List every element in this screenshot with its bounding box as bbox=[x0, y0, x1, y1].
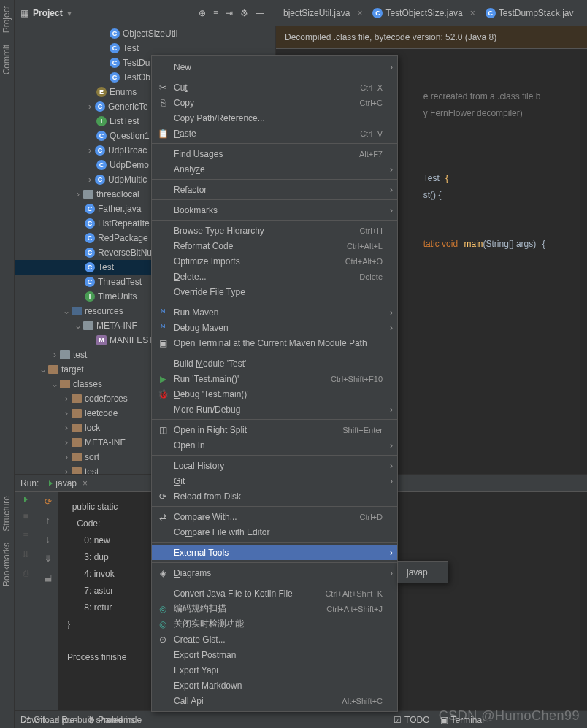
tree-item-name: TimeUnits bbox=[98, 291, 137, 302]
stop-icon[interactable]: ■ bbox=[23, 511, 28, 521]
close-icon[interactable]: × bbox=[357, 8, 362, 18]
tree-item-name: resources bbox=[85, 306, 123, 316]
expand-icon[interactable]: › bbox=[61, 394, 72, 404]
menu-item[interactable]: Copy Path/Reference... bbox=[152, 110, 397, 126]
up-icon[interactable]: ↑ bbox=[46, 516, 50, 526]
menu-item[interactable]: Local History› bbox=[152, 458, 397, 473]
menu-item[interactable]: Find UsagesAlt+F7 bbox=[152, 146, 397, 161]
menu-item[interactable]: Convert Java File to Kotlin FileCtrl+Alt… bbox=[152, 586, 397, 601]
menu-item[interactable]: Reformat CodeCtrl+Alt+L bbox=[152, 238, 397, 253]
expand-icon[interactable]: › bbox=[85, 145, 95, 156]
expand-icon[interactable]: ⌄ bbox=[50, 379, 60, 389]
menu-item[interactable]: New› bbox=[152, 59, 397, 74]
expand-icon[interactable]: › bbox=[50, 350, 60, 360]
menu-item[interactable]: Build Module 'Test' bbox=[152, 356, 397, 371]
icon[interactable]: ⬓ bbox=[44, 572, 52, 583]
status-todo[interactable]: ☑TODO bbox=[394, 715, 429, 725]
menu-shortcut: Ctrl+Alt+Shift+K bbox=[325, 589, 383, 598]
menu-item[interactable]: ᴹRun Maven› bbox=[152, 304, 397, 320]
menu-item[interactable]: Analyze› bbox=[152, 161, 397, 177]
expand-icon[interactable]: › bbox=[61, 437, 72, 448]
menu-item[interactable]: Call ApiAlt+Shift+C bbox=[152, 693, 397, 708]
menu-item[interactable]: More Run/Debug› bbox=[152, 402, 397, 417]
enum-icon: E bbox=[96, 87, 107, 97]
icon[interactable]: ⎙ bbox=[23, 568, 28, 578]
tab-project[interactable]: Project bbox=[0, 0, 13, 39]
sort-icon[interactable]: ≡ bbox=[213, 8, 218, 18]
tree-item-name: Test bbox=[98, 262, 114, 272]
tab-structure[interactable]: Structure bbox=[0, 490, 13, 537]
submenu-arrow-icon: › bbox=[390, 307, 393, 318]
dropdown-icon[interactable]: ▾ bbox=[67, 8, 72, 18]
tab-bookmarks[interactable]: Bookmarks bbox=[0, 537, 13, 592]
menu-item[interactable]: Compare File with Editor bbox=[152, 524, 397, 540]
collapse-icon[interactable]: ⇥ bbox=[226, 8, 233, 18]
menu-item[interactable]: ⊙Create Gist... bbox=[152, 632, 397, 647]
icon[interactable]: ⇊ bbox=[22, 549, 29, 559]
menu-item[interactable]: 🐞Debug 'Test.main()' bbox=[152, 386, 397, 402]
project-header[interactable]: ▦ Project ▾ ⊕ ≡ ⇥ ⚙ — bbox=[15, 8, 276, 18]
menu-item[interactable]: Export Markdown bbox=[152, 678, 397, 693]
menu-item[interactable]: ᴹDebug Maven› bbox=[152, 320, 397, 335]
menu-item[interactable]: Open In› bbox=[152, 437, 397, 453]
target-icon[interactable]: ⊕ bbox=[199, 8, 206, 18]
expand-icon[interactable]: › bbox=[61, 423, 72, 433]
menu-item[interactable]: Export Postman bbox=[152, 647, 397, 662]
expand-icon[interactable]: ⌄ bbox=[73, 321, 83, 331]
expand-icon[interactable]: › bbox=[85, 101, 95, 112]
editor-tab-2[interactable]: C TestDumpStack.jav bbox=[481, 5, 578, 21]
menu-item[interactable]: ◫Open in Right SplitShift+Enter bbox=[152, 422, 397, 437]
run-tab[interactable]: javap × bbox=[45, 477, 92, 490]
menu-item-label: Reload from Disk bbox=[174, 491, 241, 502]
expand-icon[interactable]: › bbox=[73, 189, 83, 199]
tab-commit[interactable]: Commit bbox=[0, 39, 13, 80]
menu-shortcut: Alt+F7 bbox=[359, 150, 383, 158]
menu-item[interactable]: ⟳Reload from Disk bbox=[152, 488, 397, 504]
icon[interactable]: ⤋ bbox=[45, 553, 52, 564]
run-icon[interactable] bbox=[24, 497, 28, 502]
editor-tab-1[interactable]: C TestObjectSize.java × bbox=[368, 5, 479, 21]
menu-item[interactable]: Refactor› bbox=[152, 182, 397, 197]
menu-item[interactable]: Browse Type HierarchyCtrl+H bbox=[152, 223, 397, 238]
menu-item-label: Open Terminal at the Current Maven Modul… bbox=[174, 338, 367, 348]
expand-icon[interactable]: ⌄ bbox=[38, 364, 48, 375]
menu-item[interactable]: ⎘CopyCtrl+C bbox=[152, 95, 397, 110]
icon[interactable]: ≡ bbox=[23, 530, 28, 540]
close-icon[interactable]: × bbox=[83, 478, 88, 488]
menu-item[interactable]: ⇄Compare With...Ctrl+D bbox=[152, 509, 397, 524]
submenu-arrow-icon: › bbox=[390, 323, 393, 333]
tree-row[interactable]: CTest bbox=[15, 41, 275, 55]
tree-item-name: ReverseBitNu bbox=[98, 248, 152, 258]
expand-icon[interactable]: › bbox=[85, 175, 95, 185]
menu-item[interactable]: ▣Open Terminal at the Current Maven Modu… bbox=[152, 335, 397, 350]
menu-item[interactable]: External Tools› bbox=[152, 545, 397, 560]
expand-icon[interactable]: › bbox=[61, 408, 72, 418]
menu-item[interactable]: 📋PasteCtrl+V bbox=[152, 126, 397, 141]
icon[interactable]: ⟳ bbox=[45, 497, 52, 507]
submenu-item-javap[interactable]: javap bbox=[398, 564, 448, 580]
tree-item-name: META-INF bbox=[85, 437, 126, 448]
status-terminal[interactable]: ▣Terminal bbox=[440, 715, 484, 725]
menu-item[interactable]: Bookmarks› bbox=[152, 202, 397, 218]
menu-item[interactable]: ✂CutCtrl+X bbox=[152, 80, 397, 95]
menu-item[interactable]: Override File Type bbox=[152, 284, 397, 299]
menu-shortcut: Ctrl+C bbox=[360, 99, 383, 107]
gear-icon[interactable]: ⚙ bbox=[240, 8, 248, 18]
menu-item[interactable]: Delete...Delete bbox=[152, 269, 397, 284]
close-icon[interactable]: × bbox=[470, 8, 475, 18]
tree-row[interactable]: CObjectSizeUtil bbox=[15, 26, 275, 41]
menu-item[interactable]: Optimize ImportsCtrl+Alt+O bbox=[152, 253, 397, 269]
expand-icon[interactable]: › bbox=[61, 452, 72, 462]
minimize-icon[interactable]: — bbox=[256, 8, 264, 18]
down-icon[interactable]: ↓ bbox=[46, 534, 50, 545]
menu-item[interactable]: ◎关闭实时检测功能 bbox=[152, 616, 397, 632]
menu-item[interactable]: ▶Run 'Test.main()'Ctrl+Shift+F10 bbox=[152, 371, 397, 386]
menu-separator bbox=[152, 143, 397, 144]
expand-icon[interactable]: ⌄ bbox=[61, 306, 72, 316]
menu-item[interactable]: Git› bbox=[152, 473, 397, 488]
editor-tab-0[interactable]: bjectSizeUtil.java × bbox=[279, 5, 367, 21]
menu-item[interactable]: Export Yapi bbox=[152, 662, 397, 678]
menu-item-label: Bookmarks bbox=[174, 205, 218, 215]
menu-item[interactable]: ◎编码规约扫描Ctrl+Alt+Shift+J bbox=[152, 601, 397, 616]
menu-item[interactable]: ◈Diagrams› bbox=[152, 565, 397, 581]
